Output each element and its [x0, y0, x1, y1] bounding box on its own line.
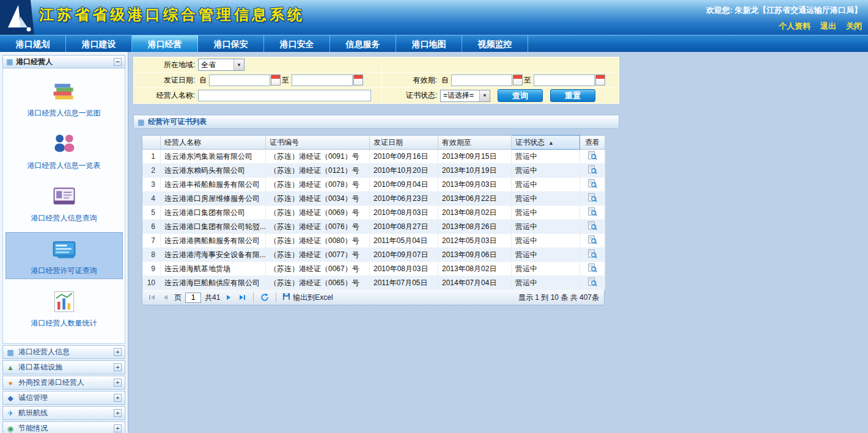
- page-input[interactable]: [185, 293, 201, 303]
- reset-button[interactable]: 重置: [550, 89, 595, 102]
- sidebar-panel-energy[interactable]: ◉节能情况+: [2, 421, 125, 433]
- column-header[interactable]: 查看: [580, 136, 605, 150]
- next-page-button[interactable]: [224, 293, 234, 302]
- sidebar-item-info-query[interactable]: 港口经营人信息查询: [6, 180, 123, 227]
- calendar-icon[interactable]: [513, 75, 523, 86]
- nav-tab-port-security[interactable]: 港口保安: [198, 35, 264, 52]
- calendar-icon[interactable]: [595, 75, 605, 86]
- nav-tab-port-construction[interactable]: 港口建设: [66, 35, 132, 52]
- pagination-bar: 页 共41 输出到Excel: [142, 290, 605, 305]
- valid-until: 2013年08月26日: [438, 220, 512, 234]
- header-links: 个人资料退出关闭: [779, 21, 862, 32]
- sidebar-item-quantity-stats[interactable]: 港口经营人数量统计: [6, 285, 123, 332]
- issue-date: 2010年08月03日: [370, 262, 438, 276]
- expand-button[interactable]: +: [114, 424, 122, 432]
- cert-status: 营运中: [512, 276, 580, 290]
- form-row-region: 所在地域: 全省 ▼: [134, 57, 619, 73]
- header-link-close[interactable]: 关闭: [846, 21, 862, 32]
- view-icon[interactable]: [588, 193, 597, 204]
- welcome-text: 欢迎您: 朱新龙【江苏省交通运输厅港口局】: [706, 5, 862, 16]
- nav-tab-video-monitor[interactable]: 视频监控: [462, 35, 528, 52]
- nav-tab-port-planning[interactable]: 港口规划: [0, 35, 66, 52]
- row-number: 7: [142, 234, 161, 248]
- column-header[interactable]: 有效期至: [438, 136, 512, 150]
- sidebar-panel-routes[interactable]: ✈航班航线+: [2, 406, 125, 420]
- view-icon[interactable]: [588, 165, 597, 176]
- valid-from-input[interactable]: [451, 75, 512, 86]
- nav-tab-port-operation[interactable]: 港口经营: [132, 35, 198, 52]
- sidebar-panel-integrity[interactable]: ◆诚信管理+: [2, 391, 125, 405]
- nav-tab-port-safety[interactable]: 港口安全: [264, 35, 330, 52]
- view-icon[interactable]: [588, 179, 597, 190]
- export-excel-button[interactable]: 输出到Excel: [282, 293, 333, 303]
- issue-date-to-input[interactable]: [292, 75, 353, 86]
- sidebar-panel-operator-info[interactable]: ▦港口经营人信息+: [2, 345, 125, 359]
- row-number: 9: [142, 262, 161, 276]
- operator-name-input[interactable]: [198, 90, 371, 101]
- cert-status: 营运中: [512, 248, 580, 262]
- sidebar-item-overview-table[interactable]: 港口经营人信息一览表: [6, 127, 123, 174]
- first-page-button[interactable]: [147, 293, 157, 302]
- view-cell: [580, 220, 605, 234]
- search-button[interactable]: 查询: [498, 89, 543, 102]
- row-number: 8: [142, 248, 161, 262]
- calendar-icon[interactable]: [353, 75, 363, 86]
- table-row: 5连云港港口集团有限公司（苏连）港经证（0069）号2010年08月03日201…: [142, 206, 605, 220]
- view-icon[interactable]: [588, 277, 597, 288]
- sidebar-panel-infrastructure[interactable]: ▲港口基础设施+: [2, 360, 125, 374]
- refresh-button[interactable]: [260, 293, 270, 302]
- nav-tab-info-service[interactable]: 信息服务: [330, 35, 396, 52]
- view-icon[interactable]: [588, 221, 597, 232]
- column-header[interactable]: 发证日期: [370, 136, 438, 150]
- header-link-profile[interactable]: 个人资料: [779, 21, 811, 32]
- row-number: 3: [142, 178, 161, 192]
- expand-button[interactable]: +: [114, 348, 122, 356]
- grid-icon: ▦: [6, 348, 15, 357]
- header-link-logout[interactable]: 退出: [820, 21, 836, 32]
- calendar-icon[interactable]: [271, 75, 281, 86]
- issue-date-from-input[interactable]: [209, 75, 270, 86]
- cert-status-select[interactable]: =请选择= ▼: [440, 90, 490, 102]
- panel-label: 诚信管理: [18, 393, 48, 403]
- expand-button[interactable]: +: [114, 409, 122, 417]
- collapse-button[interactable]: −: [114, 58, 122, 66]
- valid-to-input[interactable]: [534, 75, 595, 86]
- app-title: 江苏省省级港口综合管理信息系统: [39, 5, 305, 24]
- sidebar-item-label: 港口经营人数量统计: [6, 318, 123, 329]
- region-select[interactable]: 全省 ▼: [198, 59, 245, 71]
- cert-status-label: 证书状态:: [382, 90, 440, 101]
- nav-tab-port-map[interactable]: 港口地图: [396, 35, 462, 52]
- page-body: ▦ 港口经营人 − 港口经营人信息一览图港口经营人信息一览表港口经营人信息查询港…: [0, 52, 868, 433]
- sidebar-item-overview-diagram[interactable]: 港口经营人信息一览图: [6, 75, 123, 122]
- expand-button[interactable]: +: [114, 363, 122, 371]
- pager-divider: [276, 293, 276, 302]
- expand-button[interactable]: +: [114, 379, 122, 387]
- panel-label: 外商投资港口经营人: [18, 377, 84, 388]
- cert-status: 营运中: [512, 192, 580, 206]
- table-row: 9连云港海航基地货场（苏连）港经证（0067）号2010年08月03日2013年…: [142, 262, 605, 276]
- collapsed-panels: ▦港口经营人信息+▲港口基础设施+●外商投资港口经营人+◆诚信管理+✈航班航线+…: [2, 345, 125, 433]
- view-icon[interactable]: [588, 207, 597, 218]
- operator-name: 连云港港口集团有限公司: [161, 206, 266, 220]
- view-icon[interactable]: [588, 249, 597, 260]
- infrastructure-icon: ▲: [6, 363, 15, 372]
- table-row: 7连云港港腾船舶服务有限公司（苏连）港经证（0080）号2011年05月04日2…: [142, 234, 605, 248]
- column-header[interactable]: 证书编号: [266, 136, 370, 150]
- view-icon[interactable]: [588, 263, 597, 274]
- sidebar-panel-header[interactable]: ▦ 港口经营人 −: [2, 55, 125, 68]
- operator-name-label: 经营人名称:: [134, 90, 198, 101]
- view-icon[interactable]: [588, 235, 597, 246]
- view-cell: [580, 248, 605, 262]
- prev-page-button[interactable]: [161, 293, 171, 302]
- last-page-button[interactable]: [237, 293, 247, 302]
- sidebar-item-license-query[interactable]: 港口经营许可证查询: [6, 232, 123, 279]
- table-body: 1连云港东鸿集装箱有限公司（苏连）港经证（0091）号2010年09月16日20…: [142, 150, 605, 290]
- expand-button[interactable]: +: [114, 394, 122, 402]
- form-row-dates: 发证日期: 自 至 有效期: 自 至: [134, 73, 619, 88]
- column-header[interactable]: 经营人名称: [161, 136, 266, 150]
- view-icon[interactable]: [588, 151, 597, 162]
- sidebar-panel-title: 港口经营人: [16, 57, 53, 67]
- main-nav: 港口规划港口建设港口经营港口保安港口安全信息服务港口地图视频监控: [0, 35, 868, 52]
- sidebar-panel-foreign-investment[interactable]: ●外商投资港口经营人+: [2, 376, 125, 390]
- column-header[interactable]: 证书状态▲: [512, 136, 580, 150]
